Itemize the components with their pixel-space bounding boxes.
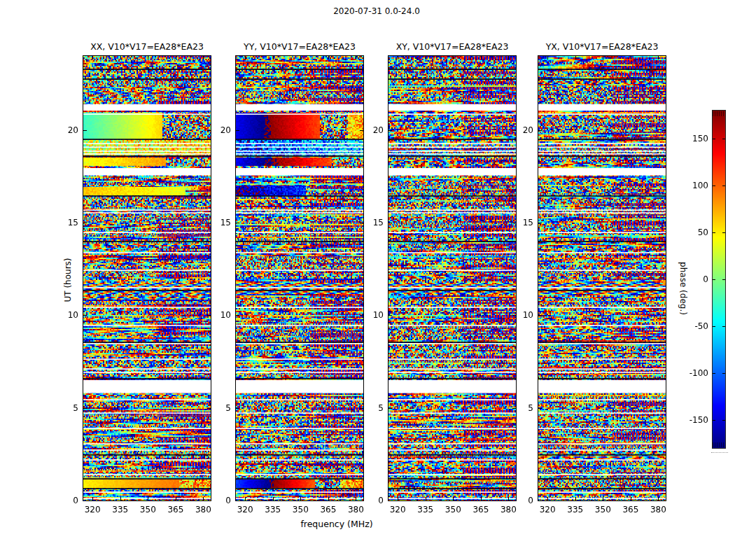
tick <box>631 56 631 59</box>
y-tick-label: 20 <box>209 126 231 134</box>
tick <box>236 130 239 131</box>
tick <box>508 56 509 59</box>
tick <box>713 232 715 233</box>
y-tick-label: 5 <box>361 404 384 412</box>
panel-title-xy: XY, V10*V17=EA28*EA23 <box>396 41 509 52</box>
tick <box>120 56 121 59</box>
tick <box>300 497 301 500</box>
tick <box>722 139 725 139</box>
tick <box>722 373 725 374</box>
x-tick-label: 365 <box>163 505 188 514</box>
x-tick-label: 350 <box>590 505 615 514</box>
x-tick-label: 320 <box>232 505 258 514</box>
tick <box>713 279 715 280</box>
y-axis-label: UT (hours) <box>63 258 73 302</box>
colorbar-tick-label: 50 <box>679 228 708 237</box>
tick <box>356 497 356 500</box>
tick <box>631 497 631 500</box>
tick <box>176 56 176 59</box>
tick <box>713 326 715 327</box>
y-tick-label: 15 <box>56 218 78 227</box>
colorbar-tick-label: -150 <box>679 416 708 424</box>
y-tick-label: 20 <box>361 126 384 134</box>
y-tick-label: 0 <box>209 496 231 505</box>
heatmap-xy <box>388 56 516 500</box>
tick <box>713 373 715 374</box>
colorbar-top-hatch <box>713 111 725 116</box>
x-tick-label: 335 <box>563 505 588 514</box>
tick <box>453 56 454 59</box>
tick <box>236 315 239 316</box>
tick <box>547 497 548 500</box>
tick <box>722 420 725 421</box>
tick <box>398 497 398 500</box>
tick <box>328 497 329 500</box>
heatmap-yx <box>538 56 666 500</box>
tick <box>575 56 576 59</box>
tick <box>203 56 204 59</box>
x-tick-label: 365 <box>468 505 493 514</box>
tick <box>713 139 715 139</box>
tick <box>538 315 542 316</box>
x-tick-label: 365 <box>316 505 341 514</box>
tick <box>662 223 666 223</box>
tick <box>176 497 176 500</box>
tick <box>662 408 666 409</box>
panel-title-yy: YY, V10*V17=EA28*EA23 <box>244 41 356 52</box>
tick <box>273 497 274 500</box>
tick <box>245 56 246 59</box>
colorbar-tick-label: -100 <box>679 369 708 377</box>
tick <box>575 497 576 500</box>
tick <box>148 497 148 500</box>
tick <box>481 497 482 500</box>
x-tick-label: 350 <box>135 505 160 514</box>
tick <box>658 497 659 500</box>
tick <box>713 420 715 421</box>
tick <box>388 223 392 223</box>
tick <box>453 497 454 500</box>
tick <box>722 232 725 233</box>
x-tick-label: 335 <box>260 505 286 514</box>
colorbar-tick-label: -50 <box>679 322 708 330</box>
tick <box>388 315 392 316</box>
x-tick-label: 320 <box>80 505 105 514</box>
tick <box>538 223 542 223</box>
y-tick-label: 10 <box>511 311 533 319</box>
y-tick-label: 10 <box>361 311 384 319</box>
x-axis-label: frequency (MHz) <box>300 519 372 529</box>
tick <box>92 56 93 59</box>
tick <box>508 497 509 500</box>
tick <box>388 130 392 131</box>
colorbar-dotted-line <box>711 452 728 453</box>
tick <box>662 315 666 316</box>
tick <box>603 497 603 500</box>
tick <box>356 56 356 59</box>
y-tick-label: 5 <box>56 404 78 412</box>
y-tick-label: 20 <box>56 126 78 134</box>
tick <box>148 56 148 59</box>
tick <box>662 500 666 501</box>
tick <box>722 279 725 280</box>
tick <box>603 56 603 59</box>
colorbar-tick-label: 100 <box>679 181 708 190</box>
y-tick-label: 0 <box>56 496 78 505</box>
tick <box>388 408 392 409</box>
tick <box>547 56 548 59</box>
figure: 2020-07-31 0.0-24.0 UT (hours) frequency… <box>0 0 735 560</box>
x-tick-label: 365 <box>618 505 643 514</box>
x-tick-label: 380 <box>190 505 216 514</box>
colorbar-tick-label: 0 <box>679 275 708 284</box>
figure-title: 2020-07-31 0.0-24.0 <box>333 6 420 16</box>
x-tick-label: 335 <box>413 505 438 514</box>
tick <box>83 408 87 409</box>
tick <box>203 497 204 500</box>
y-tick-label: 5 <box>209 404 231 412</box>
tick <box>658 56 659 59</box>
tick <box>662 130 666 131</box>
tick <box>83 500 87 501</box>
tick <box>236 500 239 501</box>
tick <box>722 186 725 186</box>
tick <box>538 500 542 501</box>
tick <box>83 315 87 316</box>
tick <box>92 497 93 500</box>
